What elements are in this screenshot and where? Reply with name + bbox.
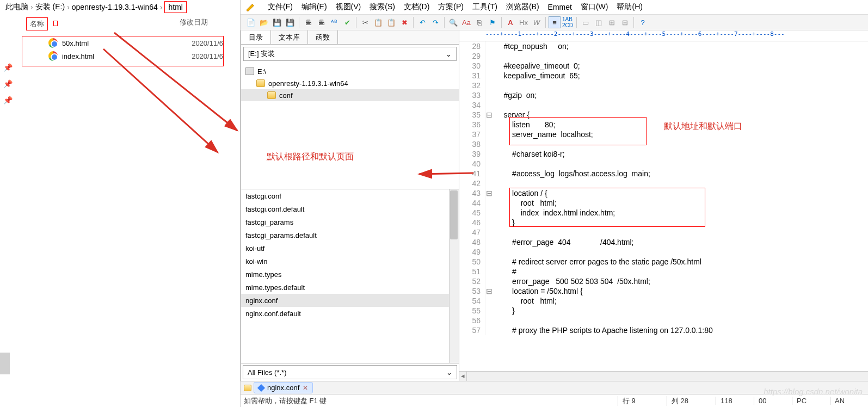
menu-browser[interactable]: 浏览器(B) bbox=[506, 2, 539, 12]
code-line: 53⊟ location = /50x.html { bbox=[459, 286, 868, 296]
menu-tools[interactable]: 工具(T) bbox=[472, 2, 497, 12]
file-list-item[interactable]: koi-utf bbox=[241, 242, 459, 255]
save-all-button[interactable]: 💾 bbox=[284, 16, 296, 28]
menu-project[interactable]: 方案(P) bbox=[438, 2, 464, 12]
help-button[interactable]: ? bbox=[637, 16, 649, 28]
code-line: 48 #error_page 404 /404.html; bbox=[459, 237, 868, 247]
document-tab[interactable]: nginx.conf ✕ bbox=[254, 382, 313, 393]
file-list-item[interactable]: fastcgi.conf bbox=[241, 189, 459, 202]
save-button[interactable]: 💾 bbox=[271, 16, 283, 28]
menu-search[interactable]: 搜索(S) bbox=[370, 2, 395, 12]
menu-document[interactable]: 文档(D) bbox=[404, 2, 429, 12]
print-preview-button[interactable]: 🖶 bbox=[315, 16, 327, 28]
horizontal-scrollbar[interactable]: ◂ bbox=[459, 371, 868, 381]
ruler: ----+----1----+----2----+----3----+----4… bbox=[459, 30, 868, 41]
pin-icon[interactable]: 📌 bbox=[3, 96, 13, 104]
window2-button[interactable]: ◫ bbox=[593, 16, 605, 28]
breadcrumb-item[interactable]: 此电脑 bbox=[5, 2, 28, 12]
cut-button[interactable]: ✂ bbox=[359, 16, 371, 28]
menu-edit[interactable]: 编辑(E) bbox=[301, 2, 327, 12]
file-list-scrollbar[interactable] bbox=[449, 189, 459, 363]
file-filter-combo[interactable]: All Files (*.*) ⌄ bbox=[243, 365, 457, 379]
breadcrumb-item[interactable]: 安装 (E:) bbox=[35, 2, 65, 12]
menu-window[interactable]: 窗口(W) bbox=[581, 2, 608, 12]
pin-icon[interactable]: 📌 bbox=[3, 79, 13, 88]
scroll-left-button[interactable]: ◂ bbox=[459, 372, 467, 381]
code-line: 56 bbox=[459, 316, 868, 325]
file-list-item[interactable]: fastcgi.conf.default bbox=[241, 202, 459, 215]
paste-button[interactable]: 📋 bbox=[385, 16, 397, 28]
tab-textlib[interactable]: 文本库 bbox=[271, 30, 308, 44]
side-panel-tabs: 目录 文本库 函数 bbox=[241, 30, 459, 45]
breadcrumb-item[interactable]: openresty-1.19.3.1-win64 bbox=[72, 3, 158, 11]
file-row[interactable]: index.html 2020/11/6 bbox=[22, 50, 223, 63]
folder-tree: E:\ openresty-1.19.3.1-win64 conf bbox=[241, 63, 459, 189]
code-line: 43⊟ location / { bbox=[459, 188, 868, 198]
file-list-item[interactable]: fastcgi_params.default bbox=[241, 229, 459, 242]
file-list-item[interactable]: koi-win bbox=[241, 255, 459, 268]
toolbar: 📄 📂 💾 💾 🖶 🖶 ᴬᴮ ✔ ✂ 📋 📋 ✖ ↶ ↷ 🔍 Aa ⎘ ⚑ A … bbox=[241, 14, 868, 30]
copy-button[interactable]: 📋 bbox=[372, 16, 384, 28]
menu-emmet[interactable]: Emmet bbox=[548, 3, 572, 11]
menu-view[interactable]: 视图(V) bbox=[336, 2, 361, 12]
wrap-button[interactable]: W bbox=[531, 16, 543, 28]
code-line: 30 #keepalive_timeout 0; bbox=[459, 61, 868, 71]
close-icon[interactable]: ✕ bbox=[303, 384, 308, 392]
window1-button[interactable]: ▭ bbox=[580, 16, 592, 28]
tree-node-drive[interactable]: E:\ bbox=[241, 65, 459, 77]
replace-button[interactable]: Aa bbox=[460, 16, 472, 28]
code-line: 49 bbox=[459, 247, 868, 257]
tab-functions[interactable]: 函数 bbox=[308, 30, 338, 44]
column-name-header[interactable]: 名称 bbox=[26, 17, 48, 30]
code-editor: ----+----1----+----2----+----3----+----4… bbox=[459, 30, 868, 381]
code-line: 41 #access_log logs/host.access.log main… bbox=[459, 169, 868, 178]
file-list-item[interactable]: fastcgi_params bbox=[241, 215, 459, 229]
code-view[interactable]: 28 #tcp_nopush on;2930 #keepalive_timeou… bbox=[459, 41, 868, 371]
tab-directory[interactable]: 目录 bbox=[241, 30, 271, 44]
status-num1: 118 bbox=[716, 397, 754, 405]
window3-button[interactable]: ⊞ bbox=[606, 16, 618, 28]
line-number-button[interactable]: ≡ bbox=[549, 16, 561, 28]
code-line: 45 index index.html index.htm; bbox=[459, 208, 868, 218]
column-date-header[interactable]: 修改日期 bbox=[180, 17, 208, 30]
drive-icon bbox=[245, 67, 254, 75]
file-list-item[interactable]: mime.types bbox=[241, 268, 459, 281]
print-button[interactable]: 🖶 bbox=[302, 16, 314, 28]
chrome-icon bbox=[48, 51, 58, 61]
file-explorer-pane: 此电脑› 安装 (E:)› openresty-1.19.3.1-win64› … bbox=[0, 0, 241, 407]
redo-button[interactable]: ↷ bbox=[429, 16, 441, 28]
goto-button[interactable]: ⎘ bbox=[473, 16, 485, 28]
menubar: 文件(F) 编辑(E) 视图(V) 搜索(S) 文档(D) 方案(P) 工具(T… bbox=[241, 0, 868, 14]
open-file-button[interactable]: 📂 bbox=[258, 16, 270, 28]
hex-button[interactable]: Hx bbox=[518, 16, 530, 28]
bookmark-button[interactable]: ⚑ bbox=[487, 16, 498, 28]
column-mode-button[interactable]: 1AB2CD bbox=[562, 16, 574, 28]
undo-button[interactable]: ↶ bbox=[416, 16, 428, 28]
tree-node-folder-selected[interactable]: conf bbox=[241, 89, 459, 101]
folder-icon bbox=[244, 385, 251, 391]
chrome-icon bbox=[48, 38, 58, 48]
side-panel: 目录 文本库 函数 [E:] 安装 ⌄ E:\ openresty-1.19.3… bbox=[241, 30, 459, 381]
code-line: 37 server_name localhost; bbox=[459, 130, 868, 139]
validate-button[interactable]: ✔ bbox=[341, 16, 353, 28]
find-button[interactable]: 🔍 bbox=[447, 16, 459, 28]
drive-combo[interactable]: [E:] 安装 ⌄ bbox=[243, 47, 457, 61]
status-help: 如需帮助，请按键盘 F1 键 bbox=[241, 396, 618, 406]
drive-combo-value: [E:] 安装 bbox=[248, 49, 275, 59]
file-row[interactable]: 50x.html 2020/11/6 bbox=[22, 36, 223, 50]
file-list-item[interactable]: nginx.conf.default bbox=[241, 307, 459, 320]
code-line: 40 bbox=[459, 159, 868, 169]
delete-button[interactable]: ✖ bbox=[398, 16, 410, 28]
spellcheck-button[interactable]: ᴬᴮ bbox=[328, 16, 340, 28]
menu-help[interactable]: 帮助(H) bbox=[617, 2, 642, 12]
code-line: 31 keepalive_timeout 65; bbox=[459, 71, 868, 81]
pin-icon[interactable]: 📌 bbox=[3, 63, 13, 72]
font-color-button[interactable]: A bbox=[504, 16, 516, 28]
window4-button[interactable]: ⊟ bbox=[619, 16, 631, 28]
new-file-button[interactable]: 📄 bbox=[245, 16, 257, 28]
tree-node-folder[interactable]: openresty-1.19.3.1-win64 bbox=[241, 77, 459, 89]
menu-file[interactable]: 文件(F) bbox=[268, 2, 293, 12]
file-list-item[interactable]: mime.types.default bbox=[241, 281, 459, 294]
file-list-item[interactable]: nginx.conf bbox=[241, 294, 459, 307]
breadcrumb-item-current[interactable]: html bbox=[164, 1, 186, 13]
